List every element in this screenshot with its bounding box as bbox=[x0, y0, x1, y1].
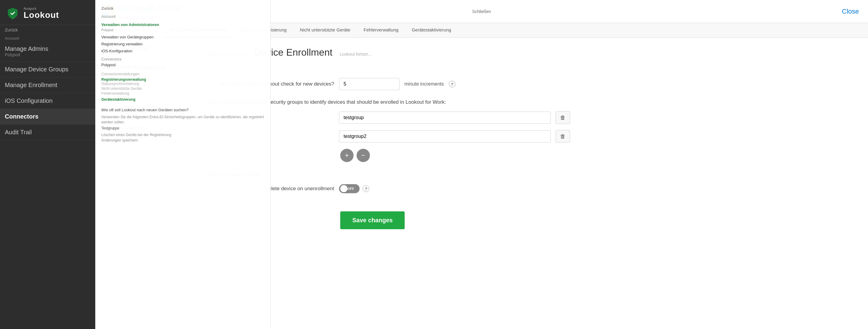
popup-sub-nav: Connectoreinstellungen Registrierungsver… bbox=[101, 72, 264, 102]
manage-admins-label: Manage Admins bbox=[5, 45, 90, 52]
toggle-help-icon[interactable]: ? bbox=[363, 185, 369, 192]
lookout-fortsett-label: Lookout fortset... bbox=[340, 52, 371, 57]
toggle-thumb bbox=[340, 185, 347, 192]
audit-trail-label: Audit Trail bbox=[5, 129, 32, 135]
main-content: Microsoft Intune Geräteregistrierung Sch… bbox=[95, 0, 868, 329]
sidebar-item-manage-enrollment[interactable]: Manage Enrollment bbox=[0, 77, 95, 93]
header-close-button[interactable]: Close bbox=[842, 7, 859, 15]
add-remove-row: + − bbox=[340, 149, 853, 162]
ios-config-label: iOS Configuration bbox=[5, 97, 53, 104]
popup-nicht-unterstuetzt: Nicht unterstützte Geräte bbox=[101, 87, 264, 91]
popup-item-ios-config[interactable]: iOS-Konfiguration bbox=[101, 47, 264, 55]
delete-device-row: Delete device on unenrollment OFF ? bbox=[207, 184, 853, 193]
popup-status-sync: Statussynchronisierung bbox=[101, 81, 264, 86]
right-panel: MAIN SETTINGS Device Enrollment Lookout … bbox=[192, 38, 868, 329]
sidebar-item-audit-trail[interactable]: Audit Trail bbox=[0, 125, 95, 140]
add-icon: + bbox=[345, 152, 349, 159]
toggle-container: OFF ? bbox=[339, 184, 369, 193]
popup-panel: Zurück Account Verwalten von Administrat… bbox=[95, 0, 271, 329]
account-section-label: Account bbox=[0, 35, 95, 41]
popup-registrierung[interactable]: Registrierungsverwaltung bbox=[101, 77, 264, 81]
sidebar-item-connectors[interactable]: Connectors bbox=[0, 109, 95, 125]
popup-testgruppe: Testgruppe bbox=[101, 126, 264, 130]
save-changes-button[interactable]: Save changes bbox=[340, 211, 405, 229]
popup-connectors-label: Connectors bbox=[101, 57, 264, 61]
device-deactivation-section: Device Deactivation Delete device on une… bbox=[207, 171, 853, 193]
sub-nav-unsupported-devices[interactable]: Nicht unterstützte Geräte bbox=[293, 23, 357, 37]
group1-row: 🗑 bbox=[207, 111, 853, 124]
manage-enrollment-label: Manage Enrollment bbox=[5, 81, 57, 88]
schliessen-label: Schließen bbox=[472, 9, 491, 14]
group1-delete-button[interactable]: 🗑 bbox=[556, 111, 570, 124]
popup-loeschen: Löschen eines Geräts bei der Registrieru… bbox=[101, 133, 264, 137]
group2-input[interactable] bbox=[339, 130, 551, 142]
remove-group-button[interactable]: − bbox=[356, 149, 370, 162]
popup-connector-einst: Connectoreinstellungen bbox=[101, 72, 264, 76]
logo-text: Lookout bbox=[24, 10, 59, 20]
device-deactivation-subtitle: Device Deactivation bbox=[207, 171, 853, 178]
toggle-off-label: OFF bbox=[347, 187, 354, 191]
remove-icon: − bbox=[362, 152, 365, 159]
delete-icon-1: 🗑 bbox=[560, 114, 565, 121]
add-group-button[interactable]: + bbox=[340, 149, 353, 162]
popup-item-manage-enrollment[interactable]: Registrierung verwalten bbox=[101, 40, 264, 47]
sidebar-item-manage-admins[interactable]: Manage Admins Polypod bbox=[0, 41, 95, 62]
popup-fehler: Fehlerverwaltung bbox=[101, 91, 264, 96]
delete-icon-2: 🗑 bbox=[560, 133, 565, 140]
popup-verwenden: Verwenden Sie die folgenden Entra-ID-Sic… bbox=[101, 114, 264, 125]
popup-account-label: Account bbox=[101, 14, 264, 19]
unsupported-devices-tab-label: Nicht unterstützte Geräte bbox=[300, 27, 350, 32]
error-management-tab-label: Fehlerverwaltung bbox=[364, 27, 398, 32]
minute-increments-label: minute increments bbox=[404, 81, 444, 87]
popup-item-manage-device-groups[interactable]: Verwalten von Gerätegruppen bbox=[101, 34, 264, 40]
app-name-label: Ausguck bbox=[24, 7, 59, 10]
entra-label-row: Use the following Entra ID security grou… bbox=[207, 96, 853, 105]
group2-delete-button[interactable]: 🗑 bbox=[556, 130, 570, 143]
popup-aenderungen: Änderungen speichern bbox=[101, 138, 264, 142]
popup-polypod-label: Polypod bbox=[101, 28, 264, 32]
device-deactivation-tab-label: Gerätestaktivierung bbox=[412, 27, 451, 32]
popup-gerateaktiv[interactable]: Gerätestaktivierung bbox=[101, 97, 264, 102]
popup-back-label[interactable]: Zurück bbox=[101, 6, 114, 10]
manage-device-groups-label: Manage Device Groups bbox=[5, 66, 68, 73]
interval-help-icon[interactable]: ? bbox=[449, 81, 456, 88]
check-interval-row: How often should Lookout check for new d… bbox=[207, 78, 853, 90]
popup-item-polypod[interactable]: Polypod bbox=[101, 61, 264, 68]
popup-item-manage-admins[interactable]: Verwalten von Administratoren bbox=[101, 21, 264, 28]
sidebar-item-ios-config[interactable]: iOS Configuration bbox=[0, 93, 95, 109]
manage-admins-sub: Polypod bbox=[5, 52, 90, 57]
lookout-logo-icon bbox=[5, 5, 21, 21]
popup-header: Zurück bbox=[101, 6, 264, 10]
sub-nav-error-management[interactable]: Fehlerverwaltung bbox=[357, 23, 405, 37]
interval-input[interactable] bbox=[339, 78, 400, 90]
sidebar-item-manage-device-groups[interactable]: Manage Device Groups bbox=[0, 62, 95, 77]
sidebar: Ausguck Lookout Zurück Account Manage Ad… bbox=[0, 0, 95, 329]
sidebar-logo: Ausguck Lookout bbox=[0, 0, 95, 25]
popup-wie-oft: Wie oft soll Lookout nach neuen Geräten … bbox=[101, 108, 264, 112]
sub-nav-device-deactivation[interactable]: Gerätestaktivierung bbox=[405, 23, 458, 37]
delete-device-toggle[interactable]: OFF bbox=[339, 184, 360, 193]
connectors-label: Connectors bbox=[5, 113, 38, 120]
sidebar-back-link[interactable]: Zurück bbox=[0, 25, 95, 35]
group1-input[interactable] bbox=[339, 111, 551, 124]
group2-row: 🗑 bbox=[207, 130, 853, 143]
